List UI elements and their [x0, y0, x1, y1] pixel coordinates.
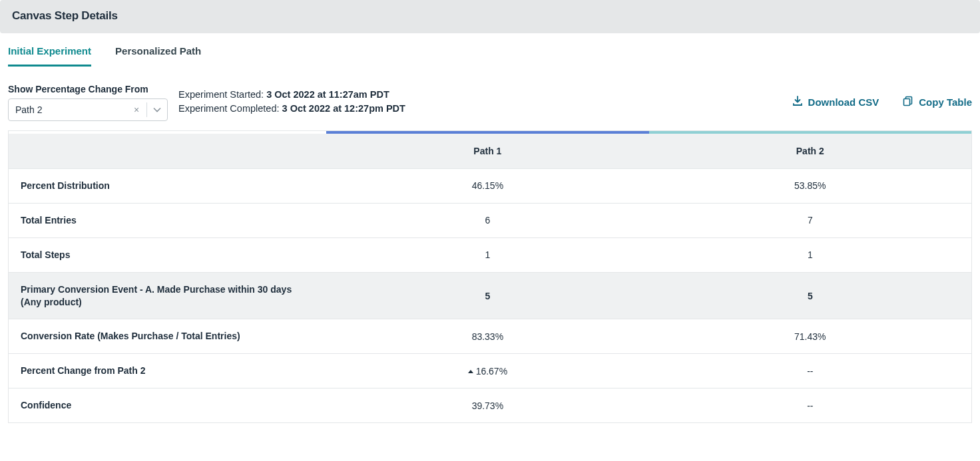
svg-rect-1 — [904, 98, 910, 105]
baseline-path-select[interactable]: Path 2 × — [8, 98, 168, 121]
row-total-entries: Total Entries 6 7 — [9, 203, 971, 237]
baseline-path-value: Path 2 — [9, 104, 126, 115]
cell-path2: 7 — [649, 203, 971, 237]
cell-path2: 53.85% — [649, 169, 971, 204]
metric-label: Percent Change from Path 2 — [9, 354, 326, 388]
experiment-started-label: Experiment Started: — [178, 89, 266, 100]
row-percent-change: Percent Change from Path 2 16.67% -- — [9, 354, 971, 388]
row-conversion-rate: Conversion Rate (Makes Purchase / Total … — [9, 319, 971, 354]
cell-path2: 1 — [649, 237, 971, 272]
metric-label: Primary Conversion Event - A. Made Purch… — [9, 272, 326, 319]
metric-header-blank — [9, 134, 326, 169]
cell-path1: 6 — [326, 203, 648, 237]
col-path1-header: Path 1 — [326, 134, 648, 169]
row-primary-conversion-event: Primary Conversion Event - A. Made Purch… — [9, 272, 971, 319]
column-accent-stripes — [9, 131, 971, 134]
cell-path1: 46.15% — [326, 169, 648, 204]
cell-path2: 5 — [649, 272, 971, 319]
baseline-selector-group: Show Percentage Change From Path 2 × — [8, 84, 168, 121]
cell-path1: 16.67% — [326, 354, 648, 388]
experiment-started: Experiment Started: 3 Oct 2022 at 11:27a… — [178, 88, 782, 102]
clear-icon[interactable]: × — [126, 104, 146, 115]
row-percent-distribution: Percent Distribution 46.15% 53.85% — [9, 169, 971, 204]
experiment-started-value: 3 Oct 2022 at 11:27am PDT — [266, 89, 389, 100]
cell-path2: 71.43% — [649, 319, 971, 354]
chevron-down-icon[interactable] — [147, 106, 167, 114]
table-header-row: Path 1 Path 2 — [9, 134, 971, 169]
cell-path1: 5 — [326, 272, 648, 319]
path2-accent — [649, 131, 971, 134]
metric-label: Total Steps — [9, 237, 326, 272]
download-csv-button[interactable]: Download CSV — [792, 96, 879, 108]
metric-label: Percent Distribution — [9, 169, 326, 204]
row-total-steps: Total Steps 1 1 — [9, 237, 971, 272]
tab-bar: Initial Experiment Personalized Path — [0, 33, 980, 67]
copy-table-button[interactable]: Copy Table — [903, 96, 972, 108]
tab-initial-experiment[interactable]: Initial Experiment — [8, 45, 91, 67]
metric-label: Confidence — [9, 388, 326, 422]
path1-accent — [326, 131, 648, 134]
cell-path1: 39.73% — [326, 388, 648, 422]
download-icon — [792, 96, 803, 108]
metric-label: Conversion Rate (Makes Purchase / Total … — [9, 319, 326, 354]
baseline-selector-label: Show Percentage Change From — [8, 84, 168, 94]
experiment-completed-value: 3 Oct 2022 at 12:27pm PDT — [282, 103, 405, 114]
experiment-completed: Experiment Completed: 3 Oct 2022 at 12:2… — [178, 102, 782, 116]
results-table-wrap: Path 1 Path 2 Percent Distribution 46.15… — [8, 130, 972, 423]
cell-path1: 1 — [326, 237, 648, 272]
col-path2-header: Path 2 — [649, 134, 971, 169]
copy-table-label: Copy Table — [919, 96, 972, 108]
experiment-completed-label: Experiment Completed: — [178, 103, 282, 114]
row-confidence: Confidence 39.73% -- — [9, 388, 971, 422]
tab-personalized-path[interactable]: Personalized Path — [115, 45, 201, 67]
download-csv-label: Download CSV — [808, 96, 879, 108]
page-header: Canvas Step Details — [0, 0, 980, 33]
metric-label: Total Entries — [9, 203, 326, 237]
copy-icon — [903, 96, 913, 108]
results-table: Path 1 Path 2 Percent Distribution 46.15… — [9, 134, 971, 422]
arrow-up-icon — [468, 370, 473, 373]
cell-path2: -- — [649, 354, 971, 388]
percent-change-value: 16.67% — [476, 366, 507, 377]
controls-row: Show Percentage Change From Path 2 × Exp… — [0, 67, 980, 121]
page-title: Canvas Step Details — [12, 9, 968, 23]
cell-path2: -- — [649, 388, 971, 422]
cell-path1: 83.33% — [326, 319, 648, 354]
experiment-meta: Experiment Started: 3 Oct 2022 at 11:27a… — [178, 88, 782, 117]
table-actions: Download CSV Copy Table — [792, 96, 972, 110]
